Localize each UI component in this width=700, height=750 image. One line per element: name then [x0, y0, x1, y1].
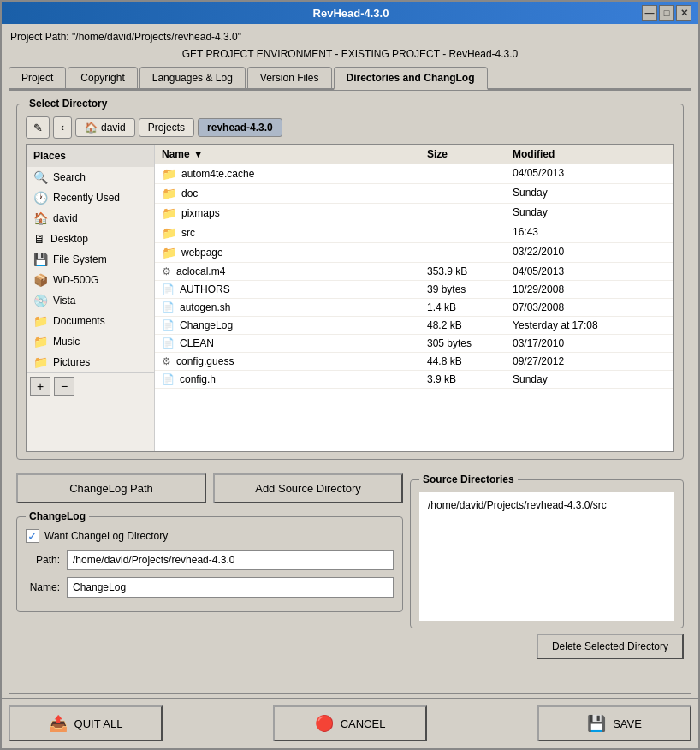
- places-item-recently-used[interactable]: 🕐 Recently Used: [27, 188, 154, 208]
- cancel-button[interactable]: 🔴 CANCEL: [273, 705, 427, 741]
- breadcrumb-edit-button[interactable]: ✎: [26, 116, 50, 139]
- select-directory-legend: Select Directory: [26, 98, 110, 110]
- subtitle: GET PROJECT ENVIRONMENT - EXISTING PROJE…: [9, 46, 691, 62]
- file-row[interactable]: 📄ChangeLog 48.2 kB Yesterday at 17:08: [155, 317, 673, 335]
- path-label: Path:: [26, 554, 60, 566]
- main-panel: Select Directory ✎ ‹ 🏠 david Projects: [9, 90, 691, 694]
- file-row[interactable]: 📄config.h 3.9 kB Sunday: [155, 371, 673, 389]
- project-path: Project Path: "/home/david/Projects/revh…: [9, 27, 691, 46]
- documents-icon: 📁: [33, 314, 48, 328]
- add-source-directory-button[interactable]: Add Source Directory: [213, 473, 403, 503]
- quit-icon: 📤: [49, 714, 68, 733]
- file-row[interactable]: 📄AUTHORS 39 bytes 10/29/2008: [155, 281, 673, 299]
- tab-project[interactable]: Project: [9, 67, 66, 88]
- path-input[interactable]: [67, 550, 394, 570]
- bottom-bar: 📤 QUIT ALL 🔴 CANCEL 💾 SAVE: [2, 698, 698, 748]
- breadcrumb-back-button[interactable]: ‹: [53, 116, 72, 139]
- save-button[interactable]: 💾 SAVE: [537, 705, 691, 741]
- files-panel: Name ▼ Size Modified 📁autom4te.cache 04/…: [155, 145, 673, 451]
- file-row[interactable]: 📄autogen.sh 1.4 kB 07/03/2008: [155, 299, 673, 317]
- places-panel: Places 🔍 Search 🕐 Recently Used 🏠 david: [27, 145, 155, 451]
- music-icon: 📁: [33, 335, 48, 348]
- lower-section: ChangeLog Path Add Source Directory Chan…: [16, 473, 684, 659]
- tab-languages-log[interactable]: Languages & Log: [139, 67, 246, 88]
- close-button[interactable]: ✕: [676, 5, 691, 21]
- search-icon: 🔍: [33, 170, 48, 184]
- name-input[interactable]: [67, 577, 394, 598]
- breadcrumb-item-david[interactable]: 🏠 david: [75, 118, 135, 137]
- file-row[interactable]: 📄CLEAN 305 bytes 03/17/2010: [155, 335, 673, 353]
- edit-icon: ✎: [33, 122, 43, 134]
- remove-place-button[interactable]: −: [54, 377, 74, 396]
- file-icon: 📄: [162, 301, 175, 313]
- name-column-header[interactable]: Name ▼: [162, 148, 427, 160]
- desktop-icon: 🖥: [33, 232, 45, 246]
- breadcrumb-item-revhead[interactable]: revhead-4.3.0: [198, 118, 282, 137]
- name-row: Name:: [26, 577, 394, 598]
- places-item-music[interactable]: 📁 Music: [27, 331, 154, 352]
- places-header: Places: [27, 145, 154, 167]
- window-controls: — □ ✕: [642, 5, 691, 21]
- places-item-search[interactable]: 🔍 Search: [27, 167, 154, 188]
- want-changelog-row: ✓ Want ChangeLog Directory: [26, 529, 394, 543]
- filesystem-icon: 💾: [33, 253, 48, 266]
- source-directories-legend: Source Directories: [419, 473, 518, 485]
- tab-version-files[interactable]: Version Files: [247, 67, 332, 88]
- folder-icon: 📁: [162, 187, 176, 200]
- source-directories-group: Source Directories /home/david/Projects/…: [410, 473, 684, 628]
- maximize-button[interactable]: □: [659, 5, 674, 21]
- file-row[interactable]: ⚙config.guess 44.8 kB 09/27/2012: [155, 353, 673, 371]
- places-item-pictures[interactable]: 📁 Pictures: [27, 352, 154, 372]
- places-item-vista[interactable]: 💿 Vista: [27, 290, 154, 311]
- file-icon: 📄: [162, 283, 175, 295]
- want-changelog-checkbox[interactable]: ✓: [26, 529, 39, 543]
- back-icon: ‹: [61, 122, 64, 134]
- file-row[interactable]: ⚙aclocal.m4 353.9 kB 04/05/2013: [155, 263, 673, 281]
- places-item-david[interactable]: 🏠 david: [27, 208, 154, 229]
- right-lower: Source Directories /home/david/Projects/…: [410, 473, 684, 659]
- home-icon: 🏠: [85, 122, 98, 134]
- changelog-path-button[interactable]: ChangeLog Path: [16, 473, 206, 503]
- add-place-button[interactable]: +: [30, 377, 50, 396]
- save-icon: 💾: [587, 714, 606, 733]
- cancel-icon: 🔴: [315, 714, 334, 733]
- select-directory-group: Select Directory ✎ ‹ 🏠 david Projects: [16, 98, 684, 460]
- file-row[interactable]: 📁src 16:43: [155, 223, 673, 243]
- changelog-group: ChangeLog ✓ Want ChangeLog Directory Pat…: [16, 510, 403, 612]
- cancel-label: CANCEL: [341, 717, 386, 730]
- want-changelog-label: Want ChangeLog Directory: [44, 530, 168, 542]
- titlebar: RevHead-4.3.0 — □ ✕: [2, 2, 698, 24]
- folder-icon: 📁: [162, 167, 176, 181]
- tab-directories-changelog[interactable]: Directories and ChangLog: [334, 67, 488, 90]
- file-row[interactable]: 📁autom4te.cache 04/05/2013: [155, 164, 673, 184]
- drive-icon: 📦: [33, 273, 48, 287]
- pictures-icon: 📁: [33, 355, 48, 369]
- breadcrumb-item-projects[interactable]: Projects: [139, 118, 194, 137]
- clock-icon: 🕐: [33, 191, 48, 205]
- size-column-header[interactable]: Size: [427, 148, 513, 160]
- file-icon: ⚙: [162, 265, 171, 277]
- disc-icon: 💿: [33, 294, 48, 307]
- file-row[interactable]: 📁webpage 03/22/2010: [155, 243, 673, 263]
- file-icon: 📄: [162, 337, 175, 349]
- minimize-button[interactable]: —: [642, 5, 657, 21]
- content-area: Project Path: "/home/david/Projects/revh…: [2, 24, 698, 698]
- file-row[interactable]: 📁doc Sunday: [155, 184, 673, 204]
- file-row[interactable]: 📁pixmaps Sunday: [155, 204, 673, 223]
- folder-icon: 📁: [162, 226, 176, 240]
- places-item-desktop[interactable]: 🖥 Desktop: [27, 229, 154, 249]
- source-dir-item[interactable]: /home/david/Projects/revhead-4.3.0/src: [423, 496, 671, 515]
- action-buttons: ChangeLog Path Add Source Directory: [16, 473, 403, 503]
- changelog-legend: ChangeLog: [26, 510, 89, 522]
- places-item-wd500g[interactable]: 📦 WD-500G: [27, 270, 154, 290]
- window-title: RevHead-4.3.0: [60, 7, 642, 20]
- files-header: Name ▼ Size Modified: [155, 145, 673, 164]
- save-label: SAVE: [613, 717, 642, 730]
- delete-selected-directory-button[interactable]: Delete Selected Directory: [537, 634, 684, 659]
- places-item-filesystem[interactable]: 💾 File System: [27, 249, 154, 270]
- tab-copyright[interactable]: Copyright: [68, 67, 137, 88]
- modified-column-header[interactable]: Modified: [513, 148, 667, 160]
- places-item-documents[interactable]: 📁 Documents: [27, 311, 154, 331]
- quit-all-button[interactable]: 📤 QUIT ALL: [9, 705, 163, 741]
- quit-label: QUIT ALL: [74, 717, 123, 730]
